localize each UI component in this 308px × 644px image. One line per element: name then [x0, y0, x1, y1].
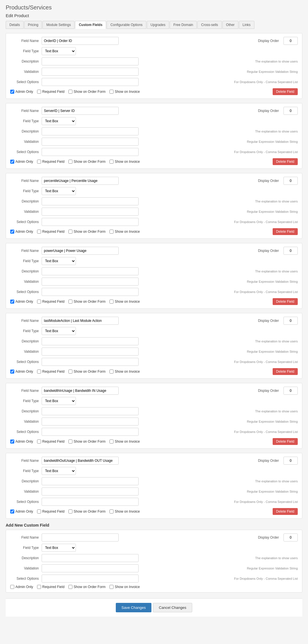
field-type-select-7[interactable]: Text BoxPasswordText AreaDropdownRadioCh…: [42, 467, 76, 475]
field-type-select-1[interactable]: Text BoxPasswordText AreaDropdownRadioCh…: [42, 47, 76, 55]
admin-only-checkbox-4[interactable]: [10, 300, 14, 304]
tab-custom-fields[interactable]: Custom Fields: [75, 21, 106, 29]
field-name-input-1[interactable]: [42, 37, 119, 45]
display-order-input-1[interactable]: [283, 37, 298, 45]
description-input-2[interactable]: [42, 127, 139, 135]
description-input-4[interactable]: [42, 267, 139, 275]
field-name-input-5[interactable]: [42, 317, 119, 325]
admin-only-checkbox-7[interactable]: [10, 509, 14, 513]
select-options-input-4[interactable]: [42, 288, 139, 296]
required-field-checkbox-3[interactable]: [37, 230, 41, 234]
required-field-checkbox-6[interactable]: [37, 440, 41, 444]
display-order-input-6[interactable]: [283, 387, 298, 395]
delete-field-button-3[interactable]: Delete Field: [273, 228, 298, 235]
delete-field-button-5[interactable]: Delete Field: [273, 368, 298, 375]
admin-only-checkbox-3[interactable]: [10, 230, 14, 234]
field-name-input-4[interactable]: [42, 247, 119, 255]
field-type-select-2[interactable]: Text BoxPasswordText AreaDropdownRadioCh…: [42, 117, 76, 125]
delete-field-button-7[interactable]: Delete Field: [273, 508, 298, 515]
validation-input-4[interactable]: [42, 278, 139, 286]
show-on-invoice-checkbox-1[interactable]: [110, 90, 114, 94]
show-on-order-form-checkbox-3[interactable]: [68, 230, 72, 234]
select-options-input-7[interactable]: [42, 498, 139, 506]
required-field-checkbox-4[interactable]: [37, 300, 41, 304]
new-show-on-order-form-checkbox[interactable]: [68, 585, 72, 589]
show-on-invoice-checkbox-5[interactable]: [110, 370, 114, 374]
display-order-input-7[interactable]: [283, 457, 298, 465]
description-input-1[interactable]: [42, 57, 139, 65]
select-options-input-5[interactable]: [42, 358, 139, 366]
show-on-order-form-checkbox-5[interactable]: [68, 370, 72, 374]
new-field-name-input[interactable]: [42, 533, 119, 541]
description-input-6[interactable]: [42, 407, 139, 415]
show-on-invoice-checkbox-3[interactable]: [110, 230, 114, 234]
show-on-invoice-checkbox-4[interactable]: [110, 300, 114, 304]
show-on-order-form-checkbox-7[interactable]: [68, 509, 72, 513]
new-show-on-invoice-checkbox[interactable]: [110, 585, 114, 589]
delete-field-button-4[interactable]: Delete Field: [273, 298, 298, 305]
show-on-invoice-checkbox-6[interactable]: [110, 440, 114, 444]
display-order-input-2[interactable]: [283, 107, 298, 115]
cancel-changes-button[interactable]: Cancel Changes: [153, 603, 192, 612]
select-options-input-6[interactable]: [42, 428, 139, 436]
validation-input-2[interactable]: [42, 138, 139, 146]
tab-configurable-options[interactable]: Configurable Options: [107, 21, 146, 29]
field-type-select-3[interactable]: Text BoxPasswordText AreaDropdownRadioCh…: [42, 187, 76, 195]
admin-only-checkbox-5[interactable]: [10, 370, 14, 374]
validation-input-7[interactable]: [42, 487, 139, 495]
tab-module-settings[interactable]: Module Settings: [42, 21, 74, 29]
tab-pricing[interactable]: Pricing: [24, 21, 42, 29]
admin-only-checkbox-6[interactable]: [10, 440, 14, 444]
save-changes-button[interactable]: Save Changes: [116, 603, 151, 612]
tab-free-domain[interactable]: Free Domain: [170, 21, 197, 29]
show-on-invoice-label-6: Show on Invoice: [110, 440, 140, 444]
new-admin-only-checkbox[interactable]: [10, 585, 14, 589]
new-validation-input[interactable]: [42, 564, 139, 572]
required-field-checkbox-1[interactable]: [37, 90, 41, 94]
display-order-input-4[interactable]: [283, 247, 298, 255]
validation-input-3[interactable]: [42, 208, 139, 216]
tab-details[interactable]: Details: [6, 21, 24, 29]
required-field-checkbox-7[interactable]: [37, 509, 41, 513]
new-required-field-checkbox[interactable]: [37, 585, 41, 589]
delete-field-button-6[interactable]: Delete Field: [273, 438, 298, 445]
field-name-input-2[interactable]: [42, 107, 119, 115]
display-order-input-5[interactable]: [283, 317, 298, 325]
required-field-checkbox-5[interactable]: [37, 370, 41, 374]
tab-upgrades[interactable]: Upgrades: [147, 21, 169, 29]
field-name-input-3[interactable]: [42, 177, 119, 185]
tab-cross-sells[interactable]: Cross-sells: [197, 21, 222, 29]
new-description-input[interactable]: [42, 554, 139, 562]
tab-links[interactable]: Links: [239, 21, 254, 29]
field-type-select-6[interactable]: Text BoxPasswordText AreaDropdownRadioCh…: [42, 397, 76, 405]
select-options-input-2[interactable]: [42, 148, 139, 156]
delete-field-button-2[interactable]: Delete Field: [273, 158, 298, 165]
description-input-3[interactable]: [42, 197, 139, 205]
field-name-input-7[interactable]: [42, 457, 119, 465]
description-input-5[interactable]: [42, 337, 139, 345]
field-type-select-4[interactable]: Text BoxPasswordText AreaDropdownRadioCh…: [42, 257, 76, 265]
show-on-invoice-checkbox-2[interactable]: [110, 160, 114, 164]
field-name-input-6[interactable]: [42, 387, 119, 395]
validation-input-5[interactable]: [42, 348, 139, 356]
new-select-options-input[interactable]: [42, 575, 139, 583]
validation-input-6[interactable]: [42, 418, 139, 426]
select-options-input-3[interactable]: [42, 218, 139, 226]
new-display-order-input[interactable]: [283, 533, 298, 541]
show-on-order-form-checkbox-6[interactable]: [68, 440, 72, 444]
admin-only-checkbox-1[interactable]: [10, 90, 14, 94]
admin-only-checkbox-2[interactable]: [10, 160, 14, 164]
display-order-input-3[interactable]: [283, 177, 298, 185]
validation-input-1[interactable]: [42, 68, 139, 76]
new-field-type-select[interactable]: Text Box Password Text Area Dropdown Rad…: [42, 544, 76, 552]
field-type-select-5[interactable]: Text BoxPasswordText AreaDropdownRadioCh…: [42, 327, 76, 335]
description-input-7[interactable]: [42, 477, 139, 485]
show-on-order-form-checkbox-1[interactable]: [68, 90, 72, 94]
select-options-input-1[interactable]: [42, 78, 139, 86]
delete-field-button-1[interactable]: Delete Field: [273, 88, 298, 95]
tab-other[interactable]: Other: [222, 21, 238, 29]
show-on-order-form-checkbox-2[interactable]: [68, 160, 72, 164]
show-on-order-form-checkbox-4[interactable]: [68, 300, 72, 304]
required-field-checkbox-2[interactable]: [37, 160, 41, 164]
show-on-invoice-checkbox-7[interactable]: [110, 509, 114, 513]
